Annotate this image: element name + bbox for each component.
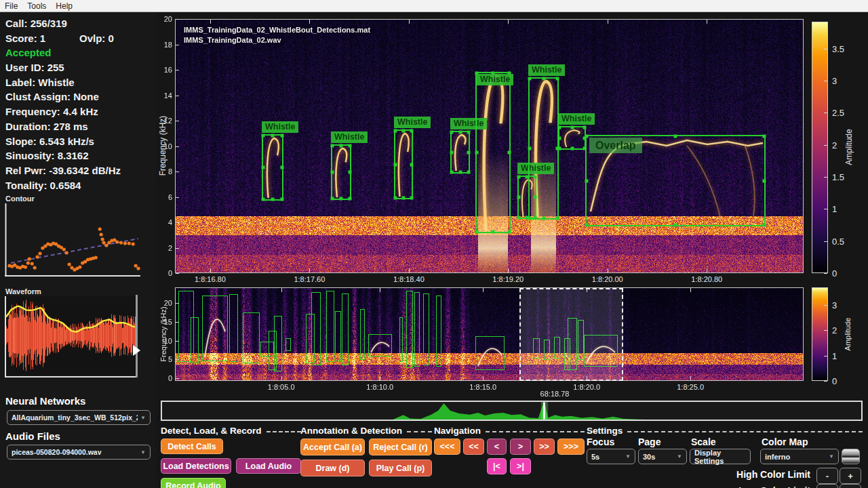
overview-spectrogram[interactable] bbox=[175, 287, 804, 381]
detection-handle[interactable] bbox=[674, 135, 677, 138]
detection-handle[interactable] bbox=[450, 150, 454, 154]
detection-handle[interactable] bbox=[467, 171, 471, 174]
detection-handle[interactable] bbox=[542, 77, 545, 81]
detection-handle[interactable] bbox=[281, 198, 284, 201]
detection-handle[interactable] bbox=[340, 197, 343, 201]
detection-handle[interactable] bbox=[410, 129, 414, 133]
detection-handle[interactable] bbox=[271, 198, 275, 201]
colormap-select[interactable]: inferno ▼ bbox=[760, 449, 839, 464]
detection-box-whistle[interactable] bbox=[528, 77, 559, 220]
detection-handle[interactable] bbox=[528, 217, 532, 220]
detection-box-whistle[interactable] bbox=[450, 131, 470, 174]
page-select[interactable]: 30s ▼ bbox=[638, 449, 687, 464]
detection-handle[interactable] bbox=[262, 134, 265, 138]
detection-handle[interactable] bbox=[402, 129, 406, 133]
detection-handle[interactable] bbox=[585, 135, 589, 138]
nav-button-[interactable]: |< bbox=[487, 458, 507, 474]
nav-button-[interactable]: < bbox=[487, 439, 507, 455]
detection-handle[interactable] bbox=[570, 126, 574, 129]
button-record-audio[interactable]: Record Audio bbox=[161, 478, 226, 488]
detection-handle[interactable] bbox=[394, 129, 397, 133]
detection-handle[interactable] bbox=[281, 166, 284, 169]
low-limit-minus-button[interactable]: - bbox=[816, 484, 838, 488]
detection-handle[interactable] bbox=[475, 151, 479, 155]
button-accept-call-a[interactable]: Accept Call (a) bbox=[300, 439, 365, 455]
detection-handle[interactable] bbox=[556, 147, 559, 150]
detection-handle[interactable] bbox=[349, 197, 352, 201]
detection-handle[interactable] bbox=[570, 147, 574, 150]
menu-item-file[interactable]: File bbox=[5, 1, 18, 11]
detection-handle[interactable] bbox=[674, 224, 677, 227]
detection-handle[interactable] bbox=[556, 217, 559, 220]
detection-handle[interactable] bbox=[340, 144, 343, 148]
detection-handle[interactable] bbox=[528, 147, 532, 150]
main-spectrogram[interactable]: IMMS_TrainingData_02_WhistleBout_Detecti… bbox=[175, 19, 804, 273]
detection-handle[interactable] bbox=[585, 224, 589, 227]
detection-handle[interactable] bbox=[262, 198, 265, 201]
detection-handle[interactable] bbox=[349, 171, 352, 174]
nav-button-[interactable]: <<< bbox=[434, 439, 460, 455]
focus-select[interactable]: 5s ▼ bbox=[587, 449, 635, 464]
detection-handle[interactable] bbox=[583, 126, 587, 129]
waveform-scrollbar[interactable] bbox=[136, 295, 138, 378]
nav-button-[interactable]: >| bbox=[510, 458, 531, 474]
detection-handle[interactable] bbox=[349, 144, 352, 148]
high-limit-minus-button[interactable]: - bbox=[816, 468, 838, 484]
bout-timeline[interactable] bbox=[161, 401, 863, 421]
detection-handle[interactable] bbox=[763, 135, 766, 138]
button-play-call-p[interactable]: Play Call (p) bbox=[369, 460, 432, 476]
button-load-audio[interactable]: Load Audio bbox=[236, 458, 301, 474]
detection-handle[interactable] bbox=[517, 216, 521, 220]
detection-handle[interactable] bbox=[517, 176, 521, 179]
colormap-preview-button[interactable] bbox=[842, 449, 860, 464]
detection-box-whistle[interactable] bbox=[331, 144, 351, 200]
menu-item-help[interactable]: Help bbox=[56, 1, 73, 11]
detection-handle[interactable] bbox=[492, 230, 495, 234]
detection-box-whistle[interactable] bbox=[475, 72, 511, 233]
button-detect-calls[interactable]: Detect Calls bbox=[161, 439, 223, 454]
detection-box-whistle[interactable] bbox=[558, 126, 586, 150]
detection-handle[interactable] bbox=[458, 131, 462, 134]
detection-handle[interactable] bbox=[331, 171, 334, 174]
detection-handle[interactable] bbox=[331, 197, 334, 201]
detection-handle[interactable] bbox=[585, 179, 589, 182]
detection-handle[interactable] bbox=[763, 224, 766, 227]
detection-handle[interactable] bbox=[508, 230, 511, 234]
focus-selection-rect[interactable] bbox=[519, 288, 623, 381]
detection-handle[interactable] bbox=[281, 134, 284, 138]
detection-handle[interactable] bbox=[410, 163, 414, 166]
nav-button-[interactable]: >>> bbox=[557, 439, 585, 455]
detection-handle[interactable] bbox=[763, 179, 766, 182]
detection-handle[interactable] bbox=[542, 217, 545, 220]
high-limit-plus-button[interactable]: + bbox=[840, 468, 861, 484]
nav-button-[interactable]: << bbox=[463, 439, 484, 455]
detection-handle[interactable] bbox=[458, 171, 462, 174]
detection-handle[interactable] bbox=[410, 197, 414, 200]
detection-handle[interactable] bbox=[394, 163, 397, 166]
low-limit-plus-button[interactable]: + bbox=[840, 484, 861, 488]
detection-handle[interactable] bbox=[394, 197, 397, 200]
detection-handle[interactable] bbox=[517, 196, 521, 199]
detection-handle[interactable] bbox=[450, 171, 454, 174]
display-settings-button[interactable]: Display Settings bbox=[690, 449, 751, 464]
button-load-detections[interactable]: Load Detections bbox=[161, 458, 231, 474]
neural-network-select[interactable]: AllAquarium_tiny_3sec_WB_512pix_288t... … bbox=[7, 410, 151, 425]
detection-handle[interactable] bbox=[556, 77, 559, 81]
button-draw-d[interactable]: Draw (d) bbox=[300, 460, 365, 476]
detection-handle[interactable] bbox=[467, 131, 471, 134]
detection-handle[interactable] bbox=[467, 150, 471, 154]
detection-handle[interactable] bbox=[528, 77, 532, 81]
detection-box-whistle[interactable] bbox=[262, 134, 283, 201]
detection-handle[interactable] bbox=[271, 134, 275, 138]
detection-handle[interactable] bbox=[262, 166, 265, 169]
detection-handle[interactable] bbox=[450, 131, 454, 134]
detection-box-whistle[interactable] bbox=[394, 129, 413, 199]
button-reject-call-r[interactable]: Reject Call (r) bbox=[369, 439, 432, 455]
detection-handle[interactable] bbox=[331, 144, 334, 148]
menu-item-tools[interactable]: Tools bbox=[27, 1, 46, 11]
detection-handle[interactable] bbox=[508, 151, 511, 155]
play-arrow-icon[interactable] bbox=[133, 345, 140, 356]
detection-handle[interactable] bbox=[475, 230, 479, 234]
nav-button-[interactable]: >> bbox=[534, 439, 555, 455]
audio-file-select[interactable]: piceas-050820-094000.wav ▼ bbox=[7, 445, 151, 460]
